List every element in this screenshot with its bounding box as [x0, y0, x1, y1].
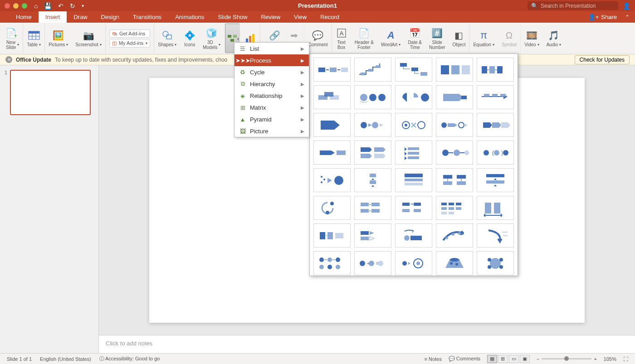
wordart-button[interactable]: A WordArt▾ [377, 24, 405, 53]
smartart-option-15[interactable] [477, 113, 514, 137]
my-addins-button[interactable]: ◫My Add-ins▾ [109, 39, 150, 48]
tab-transitions[interactable]: Transitions [126, 11, 168, 23]
fit-to-window-button[interactable]: ⛶ [623, 356, 628, 362]
smartart-option-37[interactable]: += [354, 251, 391, 275]
collapse-ribbon-icon[interactable]: ⌃ [625, 14, 630, 20]
smartart-option-39[interactable] [436, 251, 473, 275]
smartart-option-38[interactable] [395, 251, 432, 275]
smartart-option-11[interactable] [313, 113, 351, 137]
zoom-level[interactable]: 105% [604, 356, 616, 362]
share-button[interactable]: 👤+ Share [588, 14, 617, 20]
qat-more-icon[interactable]: ▾ [82, 3, 84, 8]
slide-thumbnail-1[interactable] [10, 70, 91, 115]
account-icon[interactable]: 👤 [623, 2, 630, 10]
smartart-option-21[interactable] [313, 168, 351, 192]
save-icon[interactable]: 💾 [44, 2, 52, 10]
close-window-button[interactable] [5, 3, 10, 9]
header-footer-button[interactable]: 📄 Header & Footer [351, 24, 377, 53]
video-button[interactable]: 🎞️ Video▾ [521, 24, 542, 53]
status-slide-count[interactable]: Slide 1 of 1 [7, 356, 32, 362]
smartart-option-1[interactable] [313, 58, 351, 82]
icons-button[interactable]: 💠 Icons [180, 24, 199, 53]
smartart-option-35[interactable] [477, 223, 514, 248]
zoom-out-button[interactable]: − [537, 356, 539, 362]
close-notification-button[interactable]: ✕ [5, 56, 12, 63]
smartart-option-19[interactable] [436, 141, 473, 165]
smartart-gallery[interactable]: ()+= [309, 53, 518, 276]
smartart-option-36[interactable] [313, 251, 351, 275]
menu-item-relationship[interactable]: ◈Relationship▶ [234, 90, 309, 102]
home-icon[interactable]: ⌂ [34, 2, 38, 10]
tab-design[interactable]: Design [94, 11, 126, 23]
reading-view-button[interactable]: ▭ [509, 355, 519, 363]
smartart-option-25[interactable] [477, 168, 514, 192]
new-slide-button[interactable]: 📄+ New Slide▾ [2, 24, 23, 53]
smartart-option-26[interactable] [313, 196, 351, 220]
slide-thumbnail-panel[interactable]: 1 [0, 65, 99, 353]
smartart-option-7[interactable] [354, 85, 391, 109]
menu-item-hierarchy[interactable]: ⧉Hierarchy▶ [234, 78, 309, 90]
slidenumber-button[interactable]: #️⃣ Slide Number [425, 24, 449, 53]
pictures-button[interactable]: 🖼️ Pictures▾ [45, 24, 72, 53]
zoom-in-button[interactable]: + [594, 356, 596, 362]
textbox-button[interactable]: A Text Box [332, 24, 351, 53]
menu-item-list[interactable]: ☰List▶ [234, 43, 309, 54]
smartart-option-5[interactable] [477, 58, 514, 82]
search-input[interactable]: 🔍 Search in Presentation [528, 1, 618, 10]
tab-animations[interactable]: Animations [168, 11, 211, 23]
smartart-option-13[interactable] [395, 113, 432, 137]
notes-pane[interactable]: Click to add notes [99, 335, 635, 353]
tab-insert[interactable]: Insert [39, 11, 67, 23]
normal-view-button[interactable]: ▦ [487, 355, 497, 363]
smartart-option-14[interactable] [436, 113, 473, 137]
smartart-option-20[interactable]: () [477, 141, 514, 165]
sorter-view-button[interactable]: ⊞ [498, 355, 508, 363]
smartart-option-10[interactable] [477, 85, 514, 109]
undo-icon[interactable]: ↶ [58, 2, 64, 10]
maximize-window-button[interactable] [22, 3, 27, 9]
smartart-option-9[interactable] [436, 85, 473, 109]
status-accessibility[interactable]: ⓘ Accessibility: Good to go [99, 355, 160, 362]
tab-slideshow[interactable]: Slide Show [211, 11, 254, 23]
menu-item-cycle[interactable]: ♻Cycle▶ [234, 66, 309, 78]
zoom-slider[interactable] [542, 358, 591, 359]
datetime-button[interactable]: 📅 Date & Time [404, 24, 425, 53]
screenshot-button[interactable]: 📷 Screenshot▾ [72, 24, 106, 53]
smartart-option-16[interactable] [313, 141, 351, 165]
equation-button[interactable]: π Equation▾ [469, 24, 498, 53]
smartart-option-40[interactable] [477, 251, 514, 275]
smartart-option-29[interactable] [436, 196, 473, 220]
status-language[interactable]: English (United States) [40, 356, 91, 362]
slideshow-view-button[interactable]: ▣ [520, 355, 530, 363]
smartart-option-4[interactable] [436, 58, 473, 82]
get-addins-button[interactable]: 🛍Get Add-ins [109, 29, 150, 38]
menu-item-process[interactable]: ➤➤➤Process▶ [234, 54, 309, 66]
smartart-option-24[interactable] [436, 168, 473, 192]
smartart-option-2[interactable] [354, 58, 391, 82]
tab-home[interactable]: Home [9, 11, 39, 23]
smartart-option-18[interactable] [395, 141, 432, 165]
symbol-button[interactable]: Ω Symbol [498, 24, 521, 53]
smartart-option-27[interactable] [354, 196, 391, 220]
smartart-option-6[interactable] [313, 85, 351, 109]
smartart-option-30[interactable] [477, 196, 514, 220]
menu-item-pyramid[interactable]: ▲Pyramid▶ [234, 113, 309, 125]
smartart-option-8[interactable] [395, 85, 432, 109]
menu-item-picture[interactable]: 🖼Picture▶ [234, 125, 309, 137]
menu-item-matrix[interactable]: ⊞Matrix▶ [234, 102, 309, 113]
smartart-option-32[interactable] [354, 223, 391, 248]
smartart-option-34[interactable] [436, 223, 473, 248]
smartart-option-23[interactable] [395, 168, 432, 192]
minimize-window-button[interactable] [13, 3, 19, 9]
redo-icon[interactable]: ↻ [70, 2, 75, 10]
tab-draw[interactable]: Draw [67, 11, 94, 23]
tab-view[interactable]: View [287, 11, 313, 23]
zoom-thumb[interactable] [564, 356, 569, 361]
table-button[interactable]: Table▾ [23, 24, 45, 53]
notes-toggle[interactable]: ≡ Notes [425, 356, 442, 362]
smartart-option-12[interactable] [354, 113, 391, 137]
smartart-option-33[interactable] [395, 223, 432, 248]
smartart-option-17[interactable] [354, 141, 391, 165]
3d-models-button[interactable]: 🧊 3D Models▾ [199, 24, 224, 53]
smartart-option-3[interactable] [395, 58, 432, 82]
